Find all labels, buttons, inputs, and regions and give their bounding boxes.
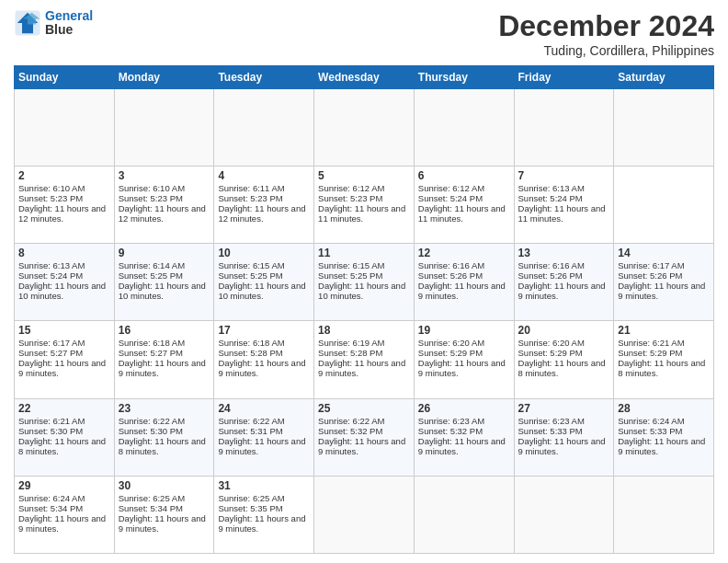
calendar-cell: 31Sunrise: 6:25 AMSunset: 5:35 PMDayligh…: [214, 476, 314, 553]
sunrise-text: Sunrise: 6:13 AM: [518, 183, 610, 193]
calendar-cell: 28Sunrise: 6:24 AMSunset: 5:33 PMDayligh…: [614, 398, 714, 476]
daylight-text: Daylight: 11 hours and 9 minutes.: [418, 281, 510, 301]
day-number: 8: [18, 247, 110, 259]
logo-line1: General: [45, 8, 93, 23]
page: General Blue December 2024 Tuding, Cordi…: [0, 0, 728, 563]
sunrise-text: Sunrise: 6:19 AM: [318, 338, 410, 348]
sunrise-text: Sunrise: 6:20 AM: [418, 338, 510, 348]
calendar-cell: 3Sunrise: 6:10 AMSunset: 5:23 PMDaylight…: [114, 167, 214, 244]
calendar-cell: 13Sunrise: 6:16 AMSunset: 5:26 PMDayligh…: [514, 244, 614, 321]
calendar-week-row: 8Sunrise: 6:13 AMSunset: 5:24 PMDaylight…: [15, 244, 714, 321]
sunset-text: Sunset: 5:26 PM: [418, 270, 510, 281]
sunrise-text: Sunrise: 6:17 AM: [618, 260, 710, 270]
daylight-text: Daylight: 11 hours and 9 minutes.: [618, 281, 710, 301]
sunrise-text: Sunrise: 6:16 AM: [518, 260, 610, 270]
daylight-text: Daylight: 11 hours and 9 minutes.: [518, 436, 610, 456]
day-number: 5: [318, 169, 410, 182]
day-number: 20: [518, 324, 610, 337]
sunset-text: Sunset: 5:23 PM: [18, 193, 110, 203]
logo-text: General Blue: [45, 9, 93, 38]
daylight-text: Daylight: 11 hours and 8 minutes.: [119, 436, 210, 456]
sunrise-text: Sunrise: 6:22 AM: [218, 416, 310, 426]
logo-line2: Blue: [45, 23, 93, 37]
logo-icon: [14, 9, 41, 37]
daylight-text: Daylight: 11 hours and 9 minutes.: [218, 436, 310, 456]
sunset-text: Sunset: 5:23 PM: [218, 193, 310, 203]
daylight-text: Daylight: 11 hours and 9 minutes.: [218, 358, 310, 378]
calendar-week-row: 2Sunrise: 6:10 AMSunset: 5:23 PMDaylight…: [15, 167, 714, 244]
calendar-cell: 6Sunrise: 6:12 AMSunset: 5:24 PMDaylight…: [414, 167, 514, 244]
sunrise-text: Sunrise: 6:25 AM: [218, 493, 310, 503]
daylight-text: Daylight: 11 hours and 12 minutes.: [18, 203, 110, 224]
calendar-cell: 30Sunrise: 6:25 AMSunset: 5:34 PMDayligh…: [114, 476, 214, 553]
daylight-text: Daylight: 11 hours and 8 minutes.: [618, 358, 710, 378]
calendar-cell: [614, 89, 714, 167]
daylight-text: Daylight: 11 hours and 9 minutes.: [418, 358, 510, 378]
sunset-text: Sunset: 5:27 PM: [119, 348, 210, 358]
sunrise-text: Sunrise: 6:15 AM: [218, 260, 310, 270]
calendar-header-friday: Friday: [514, 66, 614, 89]
day-number: 17: [218, 324, 310, 337]
calendar-cell: 2Sunrise: 6:10 AMSunset: 5:23 PMDaylight…: [15, 167, 115, 244]
calendar-week-row: 29Sunrise: 6:24 AMSunset: 5:34 PMDayligh…: [15, 476, 714, 553]
sunrise-text: Sunrise: 6:12 AM: [318, 183, 410, 193]
calendar-cell: 15Sunrise: 6:17 AMSunset: 5:27 PMDayligh…: [15, 321, 115, 398]
sunrise-text: Sunrise: 6:12 AM: [418, 183, 510, 193]
sunrise-text: Sunrise: 6:25 AM: [119, 493, 210, 503]
daylight-text: Daylight: 11 hours and 9 minutes.: [18, 358, 110, 378]
day-number: 4: [218, 169, 310, 182]
daylight-text: Daylight: 11 hours and 11 minutes.: [418, 203, 510, 224]
calendar-cell: [414, 476, 514, 553]
daylight-text: Daylight: 11 hours and 8 minutes.: [18, 436, 110, 456]
sunrise-text: Sunrise: 6:16 AM: [418, 260, 510, 270]
daylight-text: Daylight: 11 hours and 9 minutes.: [418, 436, 510, 456]
sunrise-text: Sunrise: 6:22 AM: [119, 416, 210, 426]
day-number: 31: [218, 479, 310, 492]
day-number: 26: [418, 402, 510, 415]
title-block: December 2024 Tuding, Cordillera, Philip…: [498, 9, 714, 58]
day-number: 14: [618, 247, 710, 259]
sunrise-text: Sunrise: 6:14 AM: [119, 260, 210, 270]
daylight-text: Daylight: 11 hours and 10 minutes.: [318, 281, 410, 301]
day-number: 16: [119, 324, 210, 337]
daylight-text: Daylight: 11 hours and 9 minutes.: [318, 436, 410, 456]
calendar-cell: 14Sunrise: 6:17 AMSunset: 5:26 PMDayligh…: [614, 244, 714, 321]
calendar-cell: 21Sunrise: 6:21 AMSunset: 5:29 PMDayligh…: [614, 321, 714, 398]
calendar-cell: 22Sunrise: 6:21 AMSunset: 5:30 PMDayligh…: [15, 398, 115, 476]
calendar-cell: 19Sunrise: 6:20 AMSunset: 5:29 PMDayligh…: [414, 321, 514, 398]
sunset-text: Sunset: 5:25 PM: [218, 270, 310, 281]
sunset-text: Sunset: 5:29 PM: [618, 348, 710, 358]
calendar-cell: 20Sunrise: 6:20 AMSunset: 5:29 PMDayligh…: [514, 321, 614, 398]
sunset-text: Sunset: 5:27 PM: [18, 348, 110, 358]
calendar-header-monday: Monday: [114, 66, 214, 89]
sunrise-text: Sunrise: 6:20 AM: [518, 338, 610, 348]
sunset-text: Sunset: 5:23 PM: [318, 193, 410, 203]
day-number: 6: [418, 169, 510, 182]
calendar-cell: 18Sunrise: 6:19 AMSunset: 5:28 PMDayligh…: [314, 321, 415, 398]
day-number: 19: [418, 324, 510, 337]
calendar-cell: [514, 89, 614, 167]
sunset-text: Sunset: 5:26 PM: [618, 270, 710, 281]
sunset-text: Sunset: 5:33 PM: [618, 426, 710, 436]
calendar-cell: [15, 89, 115, 167]
day-number: 7: [518, 169, 610, 182]
sunset-text: Sunset: 5:31 PM: [218, 426, 310, 436]
sunrise-text: Sunrise: 6:10 AM: [119, 183, 210, 193]
calendar-cell: 23Sunrise: 6:22 AMSunset: 5:30 PMDayligh…: [114, 398, 214, 476]
sunset-text: Sunset: 5:25 PM: [318, 270, 410, 281]
daylight-text: Daylight: 11 hours and 9 minutes.: [518, 281, 610, 301]
day-number: 2: [18, 169, 110, 182]
sunset-text: Sunset: 5:30 PM: [119, 426, 210, 436]
sunrise-text: Sunrise: 6:21 AM: [618, 338, 710, 348]
sunrise-text: Sunrise: 6:23 AM: [418, 416, 510, 426]
sunset-text: Sunset: 5:26 PM: [518, 270, 610, 281]
sunrise-text: Sunrise: 6:22 AM: [318, 416, 410, 426]
daylight-text: Daylight: 11 hours and 9 minutes.: [618, 436, 710, 456]
calendar-week-row: 15Sunrise: 6:17 AMSunset: 5:27 PMDayligh…: [15, 321, 714, 398]
day-number: 23: [119, 402, 210, 415]
sunrise-text: Sunrise: 6:18 AM: [119, 338, 210, 348]
calendar-cell: [314, 476, 415, 553]
sunrise-text: Sunrise: 6:11 AM: [218, 183, 310, 193]
day-number: 9: [119, 247, 210, 259]
day-number: 13: [518, 247, 610, 259]
